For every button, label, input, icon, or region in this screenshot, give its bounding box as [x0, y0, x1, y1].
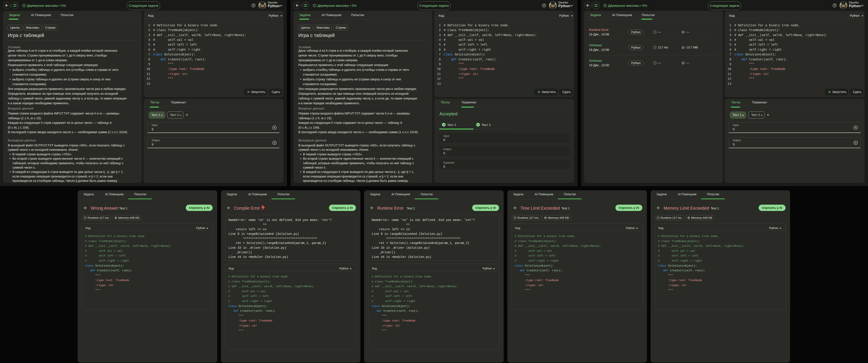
svg-text:?: ?	[253, 4, 254, 7]
svg-text:?: ?	[544, 4, 545, 7]
svg-text:?: ?	[834, 4, 835, 7]
